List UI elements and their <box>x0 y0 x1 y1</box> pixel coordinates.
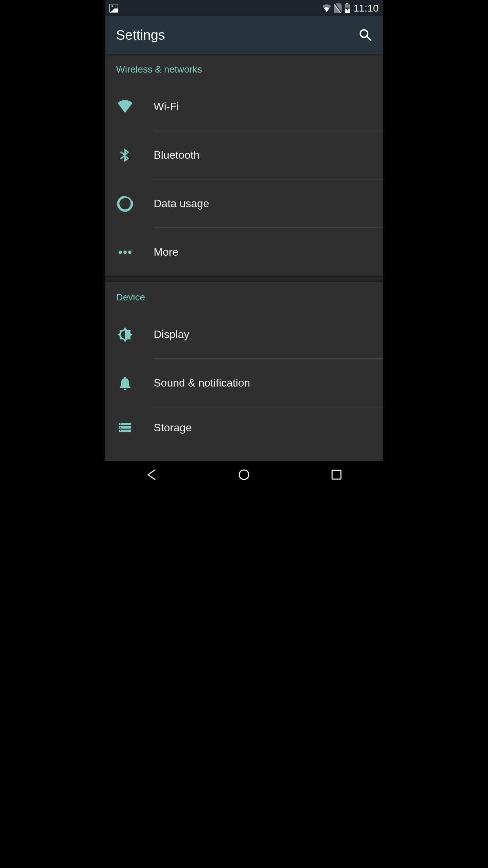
list-item-bluetooth[interactable]: Bluetooth <box>105 131 383 179</box>
svg-point-14 <box>239 470 249 479</box>
list-item-sound-notification[interactable]: Sound & notification <box>105 359 383 407</box>
settings-content: Wireless & networks Wi-Fi Bluetooth <box>105 54 383 461</box>
wifi-status-icon <box>322 4 331 12</box>
section-header-wireless: Wireless & networks <box>105 54 383 82</box>
list-item-storage[interactable]: Storage <box>105 407 383 448</box>
data-usage-icon <box>117 196 133 212</box>
search-icon <box>358 28 372 42</box>
search-button[interactable] <box>356 25 375 44</box>
battery-charging-icon <box>344 3 350 13</box>
status-right: 11:10 <box>322 2 379 14</box>
list-item-data-usage[interactable]: Data usage <box>105 179 383 228</box>
recents-button[interactable] <box>320 466 353 483</box>
svg-rect-15 <box>332 470 341 479</box>
svg-line-4 <box>367 36 371 40</box>
list-item-label: Display <box>154 328 189 341</box>
list-item-more[interactable]: More <box>105 228 383 276</box>
back-button[interactable] <box>135 466 168 483</box>
phone-frame: 11:10 Settings Wireless & networks Wi-Fi <box>105 0 383 488</box>
home-button[interactable] <box>227 466 261 483</box>
list-item-label: Wi-Fi <box>154 100 179 113</box>
list-item-label: More <box>154 246 179 258</box>
no-sim-icon <box>334 3 342 13</box>
section-header-device: Device <box>105 282 383 310</box>
svg-rect-11 <box>120 423 121 425</box>
svg-rect-13 <box>120 430 121 431</box>
more-icon <box>117 244 133 260</box>
picture-icon <box>109 4 118 13</box>
wifi-icon <box>117 100 133 114</box>
status-bar: 11:10 <box>105 0 383 16</box>
list-item-label: Bluetooth <box>154 149 200 161</box>
bell-icon <box>117 375 133 391</box>
brightness-icon <box>117 327 133 343</box>
list-item-display[interactable]: Display <box>105 310 383 359</box>
app-bar: Settings <box>105 16 383 54</box>
section-gap <box>105 276 383 282</box>
svg-rect-0 <box>346 3 348 4</box>
status-time: 11:10 <box>353 2 379 14</box>
bluetooth-icon <box>117 147 133 163</box>
navigation-bar <box>105 461 383 488</box>
list-item-label: Sound & notification <box>154 377 250 389</box>
list-item-label: Storage <box>154 421 192 434</box>
page-title: Settings <box>116 27 165 43</box>
list-item-wifi[interactable]: Wi-Fi <box>105 82 383 131</box>
status-left <box>109 4 118 13</box>
svg-point-6 <box>123 251 127 254</box>
svg-rect-12 <box>120 427 121 428</box>
svg-point-5 <box>119 251 122 254</box>
storage-icon <box>117 419 133 436</box>
svg-point-7 <box>128 251 131 254</box>
list-item-label: Data usage <box>154 197 209 210</box>
